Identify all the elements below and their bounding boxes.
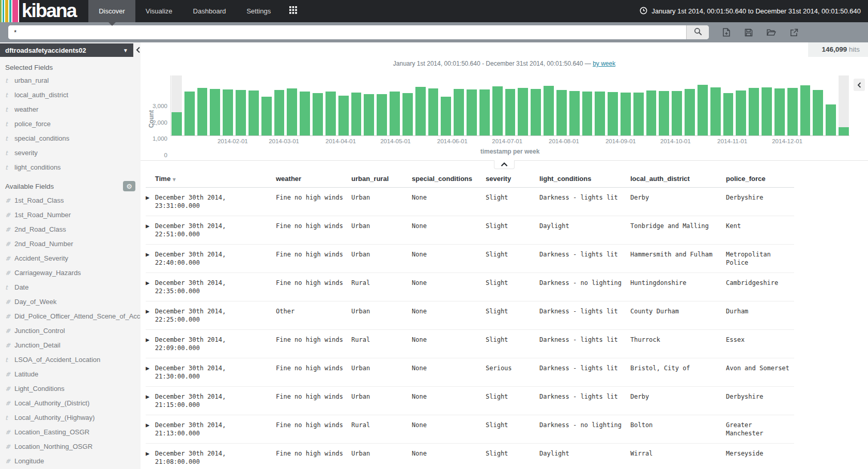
histogram-bar[interactable]: [736, 75, 746, 135]
field-settings-button[interactable]: ⚙: [123, 181, 135, 191]
histogram-bar[interactable]: [621, 75, 631, 135]
histogram-bar[interactable]: [839, 75, 849, 135]
expand-row-icon[interactable]: ▶: [146, 358, 155, 387]
field-item-local-auth-district[interactable]: tlocal_auth_district: [0, 87, 141, 102]
histogram-bar[interactable]: [364, 75, 374, 135]
field-item-urban-rural[interactable]: turban_rural: [0, 73, 141, 87]
histogram-bar[interactable]: [249, 75, 259, 135]
new-document-icon[interactable]: [722, 28, 731, 37]
histogram-bar[interactable]: [197, 75, 208, 135]
expand-row-icon[interactable]: ▶: [146, 330, 155, 358]
field-item-location-easting-osgr[interactable]: #Location_Easting_OSGR: [0, 425, 141, 439]
histogram-bar[interactable]: [210, 75, 220, 135]
histogram-bar[interactable]: [313, 75, 323, 135]
histogram-bar[interactable]: [287, 75, 297, 135]
expand-row-icon[interactable]: ▶: [146, 188, 155, 216]
column-header-time[interactable]: Time▼: [155, 171, 276, 188]
column-header-local_auth_district[interactable]: local_auth_district: [630, 171, 726, 188]
histogram-bar[interactable]: [646, 75, 657, 135]
field-item-day-of-week[interactable]: #Day_of_Week: [0, 294, 141, 309]
field-item-2nd-road-number[interactable]: #2nd_Road_Number: [0, 236, 141, 251]
kibana-logo[interactable]: kibana: [0, 0, 81, 22]
histogram-bar[interactable]: [326, 75, 336, 135]
field-item-did-police-officer-attend-scene-of-accid-[interactable]: #Did_Police_Officer_Attend_Scene_of_Acci…: [0, 309, 141, 323]
histogram-bar[interactable]: [441, 75, 451, 135]
histogram-bar[interactable]: [518, 75, 528, 135]
histogram-bar[interactable]: [390, 75, 400, 135]
index-pattern-selector[interactable]: dftroadsafetyaccidents02 ▼: [0, 43, 133, 57]
histogram-bar[interactable]: [274, 75, 285, 135]
field-item-1st-road-class[interactable]: #1st_Road_Class: [0, 193, 141, 207]
histogram-bar[interactable]: [377, 75, 387, 135]
expand-row-icon[interactable]: ▶: [146, 387, 155, 415]
column-header-special_conditions[interactable]: special_conditions: [412, 171, 486, 188]
field-item-local-authority-highway-[interactable]: tLocal_Authority_(Highway): [0, 410, 141, 425]
histogram-bar[interactable]: [582, 75, 593, 135]
export-icon[interactable]: [790, 28, 798, 37]
histogram-bar[interactable]: [672, 75, 682, 135]
save-icon[interactable]: [745, 28, 753, 37]
field-item-date[interactable]: tDate: [0, 280, 141, 294]
time-range-picker[interactable]: January 1st 2014, 00:01:50.640 to Decemb…: [640, 0, 868, 22]
histogram-bar[interactable]: [454, 75, 464, 135]
histogram-bar[interactable]: [787, 75, 798, 135]
histogram-bar[interactable]: [184, 75, 195, 135]
histogram-bar[interactable]: [338, 75, 349, 135]
column-header-severity[interactable]: severity: [486, 171, 539, 188]
nav-tab-settings[interactable]: Settings: [236, 0, 281, 22]
field-item-light-conditions[interactable]: #Light_Conditions: [0, 381, 141, 396]
histogram-bar[interactable]: [595, 75, 605, 135]
histogram-bar[interactable]: [402, 75, 413, 135]
histogram-bar[interactable]: [800, 75, 811, 135]
chart-panel-collapse-button[interactable]: [854, 79, 865, 91]
open-folder-icon[interactable]: [767, 28, 776, 37]
histogram-bar[interactable]: [479, 75, 490, 135]
histogram-bar[interactable]: [569, 75, 580, 135]
nav-tab-discover[interactable]: Discover: [88, 0, 135, 22]
histogram-bar[interactable]: [556, 75, 567, 135]
field-item-weather[interactable]: tweather: [0, 102, 141, 116]
field-item-special-conditions[interactable]: tspecial_conditions: [0, 131, 141, 145]
histogram-bar[interactable]: [223, 75, 233, 135]
expand-row-icon[interactable]: ▶: [146, 245, 155, 273]
field-item-junction-detail[interactable]: #Junction_Detail: [0, 338, 141, 352]
field-item-accident-severity[interactable]: #Accident_Severity: [0, 251, 141, 265]
histogram-bar[interactable]: [505, 75, 516, 135]
histogram-bar[interactable]: [774, 75, 785, 135]
field-item-2nd-road-class[interactable]: #2nd_Road_Class: [0, 222, 141, 236]
field-item-light-conditions[interactable]: tlight_conditions: [0, 160, 141, 174]
column-header-urban_rural[interactable]: urban_rural: [351, 171, 412, 188]
histogram-bar[interactable]: [659, 75, 669, 135]
expand-row-icon[interactable]: ▶: [146, 273, 155, 301]
histogram-bar[interactable]: [544, 75, 554, 135]
field-item-carriageway-hazards[interactable]: #Carriageway_Hazards: [0, 265, 141, 280]
sidebar-collapse-button[interactable]: [136, 46, 141, 55]
apps-grid-button[interactable]: [281, 0, 305, 22]
histogram-bar[interactable]: [236, 75, 246, 135]
nav-tab-dashboard[interactable]: Dashboard: [183, 0, 237, 22]
histogram-bar[interactable]: [749, 75, 759, 135]
histogram-bar[interactable]: [492, 75, 503, 135]
search-button[interactable]: [686, 25, 709, 39]
histogram-bar[interactable]: [762, 75, 772, 135]
interval-by-week-link[interactable]: by week: [593, 60, 615, 67]
column-header-weather[interactable]: weather: [276, 171, 351, 188]
field-item-1st-road-number[interactable]: #1st_Road_Number: [0, 207, 141, 222]
histogram-bar[interactable]: [172, 75, 182, 135]
histogram-bar[interactable]: [428, 75, 439, 135]
expand-row-icon[interactable]: ▶: [146, 216, 155, 245]
histogram-bar[interactable]: [415, 75, 426, 135]
field-item-longitude[interactable]: #Longitude: [0, 453, 141, 468]
field-item-local-authority-district-[interactable]: #Local_Authority_(District): [0, 396, 141, 410]
histogram-bar[interactable]: [698, 75, 708, 135]
nav-tab-visualize[interactable]: Visualize: [135, 0, 183, 22]
histogram-bar[interactable]: [685, 75, 695, 135]
expand-row-icon[interactable]: ▶: [146, 415, 155, 444]
field-item-location-northing-osgr[interactable]: #Location_Northing_OSGR: [0, 439, 141, 453]
column-header-light_conditions[interactable]: light_conditions: [539, 171, 630, 188]
expand-row-icon[interactable]: ▶: [146, 301, 155, 330]
field-item-latitude[interactable]: #Latitude: [0, 367, 141, 381]
histogram-bar[interactable]: [813, 75, 823, 135]
histogram-bar[interactable]: [467, 75, 477, 135]
column-header-police_force[interactable]: police_force: [726, 171, 794, 188]
